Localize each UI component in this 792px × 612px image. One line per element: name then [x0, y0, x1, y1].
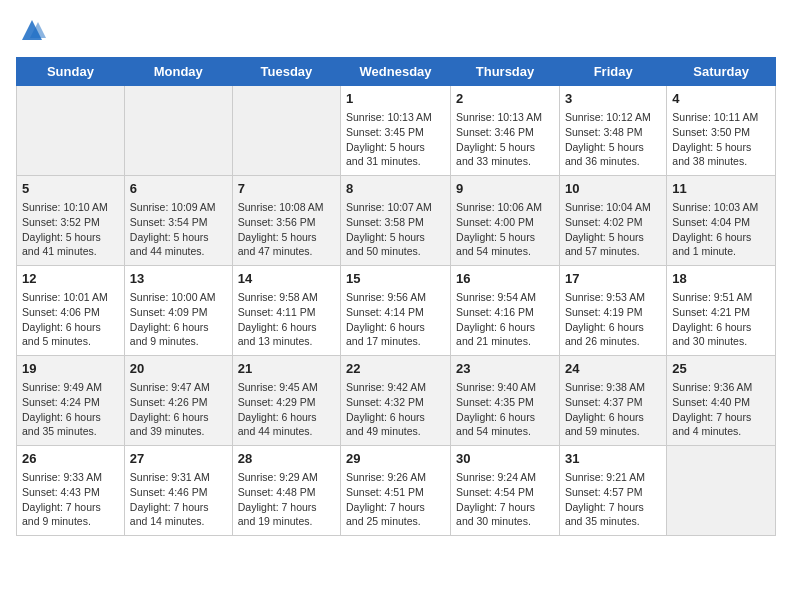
calendar-cell: 3Sunrise: 10:12 AMSunset: 3:48 PMDayligh… — [559, 86, 666, 176]
day-number: 31 — [565, 450, 661, 468]
calendar-cell: 24Sunrise: 9:38 AMSunset: 4:37 PMDayligh… — [559, 356, 666, 446]
day-info: Sunrise: 10:07 AMSunset: 3:58 PMDaylight… — [346, 200, 445, 259]
calendar-cell: 15Sunrise: 9:56 AMSunset: 4:14 PMDayligh… — [341, 266, 451, 356]
day-number: 28 — [238, 450, 335, 468]
day-number: 23 — [456, 360, 554, 378]
calendar-cell: 10Sunrise: 10:04 AMSunset: 4:02 PMDaylig… — [559, 176, 666, 266]
calendar-week-row: 19Sunrise: 9:49 AMSunset: 4:24 PMDayligh… — [17, 356, 776, 446]
day-number: 30 — [456, 450, 554, 468]
calendar-cell: 16Sunrise: 9:54 AMSunset: 4:16 PMDayligh… — [451, 266, 560, 356]
day-number: 7 — [238, 180, 335, 198]
calendar-cell: 5Sunrise: 10:10 AMSunset: 3:52 PMDayligh… — [17, 176, 125, 266]
day-number: 16 — [456, 270, 554, 288]
day-info: Sunrise: 10:00 AMSunset: 4:09 PMDaylight… — [130, 290, 227, 349]
calendar-cell: 13Sunrise: 10:00 AMSunset: 4:09 PMDaylig… — [124, 266, 232, 356]
day-info: Sunrise: 10:10 AMSunset: 3:52 PMDaylight… — [22, 200, 119, 259]
calendar-cell — [124, 86, 232, 176]
day-info: Sunrise: 9:58 AMSunset: 4:11 PMDaylight:… — [238, 290, 335, 349]
calendar-cell — [17, 86, 125, 176]
day-info: Sunrise: 10:12 AMSunset: 3:48 PMDaylight… — [565, 110, 661, 169]
weekday-header: Monday — [124, 58, 232, 86]
calendar-cell: 11Sunrise: 10:03 AMSunset: 4:04 PMDaylig… — [667, 176, 776, 266]
day-number: 27 — [130, 450, 227, 468]
calendar-cell: 18Sunrise: 9:51 AMSunset: 4:21 PMDayligh… — [667, 266, 776, 356]
weekday-header: Friday — [559, 58, 666, 86]
day-number: 29 — [346, 450, 445, 468]
day-info: Sunrise: 10:13 AMSunset: 3:46 PMDaylight… — [456, 110, 554, 169]
day-number: 5 — [22, 180, 119, 198]
day-info: Sunrise: 9:33 AMSunset: 4:43 PMDaylight:… — [22, 470, 119, 529]
day-number: 26 — [22, 450, 119, 468]
day-info: Sunrise: 10:06 AMSunset: 4:00 PMDaylight… — [456, 200, 554, 259]
calendar-cell: 2Sunrise: 10:13 AMSunset: 3:46 PMDayligh… — [451, 86, 560, 176]
calendar-cell: 29Sunrise: 9:26 AMSunset: 4:51 PMDayligh… — [341, 446, 451, 536]
calendar-cell: 14Sunrise: 9:58 AMSunset: 4:11 PMDayligh… — [232, 266, 340, 356]
calendar-cell: 28Sunrise: 9:29 AMSunset: 4:48 PMDayligh… — [232, 446, 340, 536]
calendar-cell: 1Sunrise: 10:13 AMSunset: 3:45 PMDayligh… — [341, 86, 451, 176]
calendar-cell: 7Sunrise: 10:08 AMSunset: 3:56 PMDayligh… — [232, 176, 340, 266]
calendar-cell: 26Sunrise: 9:33 AMSunset: 4:43 PMDayligh… — [17, 446, 125, 536]
calendar-cell: 31Sunrise: 9:21 AMSunset: 4:57 PMDayligh… — [559, 446, 666, 536]
calendar-week-row: 1Sunrise: 10:13 AMSunset: 3:45 PMDayligh… — [17, 86, 776, 176]
weekday-header: Saturday — [667, 58, 776, 86]
day-number: 19 — [22, 360, 119, 378]
day-info: Sunrise: 9:24 AMSunset: 4:54 PMDaylight:… — [456, 470, 554, 529]
day-number: 8 — [346, 180, 445, 198]
day-info: Sunrise: 9:56 AMSunset: 4:14 PMDaylight:… — [346, 290, 445, 349]
day-info: Sunrise: 9:26 AMSunset: 4:51 PMDaylight:… — [346, 470, 445, 529]
calendar-cell: 30Sunrise: 9:24 AMSunset: 4:54 PMDayligh… — [451, 446, 560, 536]
weekday-header: Sunday — [17, 58, 125, 86]
day-number: 10 — [565, 180, 661, 198]
day-info: Sunrise: 10:03 AMSunset: 4:04 PMDaylight… — [672, 200, 770, 259]
calendar-cell: 6Sunrise: 10:09 AMSunset: 3:54 PMDayligh… — [124, 176, 232, 266]
day-number: 13 — [130, 270, 227, 288]
day-info: Sunrise: 10:11 AMSunset: 3:50 PMDaylight… — [672, 110, 770, 169]
weekday-header: Wednesday — [341, 58, 451, 86]
day-number: 24 — [565, 360, 661, 378]
day-number: 11 — [672, 180, 770, 198]
day-number: 25 — [672, 360, 770, 378]
calendar-cell: 20Sunrise: 9:47 AMSunset: 4:26 PMDayligh… — [124, 356, 232, 446]
day-info: Sunrise: 10:04 AMSunset: 4:02 PMDaylight… — [565, 200, 661, 259]
day-number: 15 — [346, 270, 445, 288]
day-info: Sunrise: 9:47 AMSunset: 4:26 PMDaylight:… — [130, 380, 227, 439]
day-info: Sunrise: 10:08 AMSunset: 3:56 PMDaylight… — [238, 200, 335, 259]
calendar-cell: 8Sunrise: 10:07 AMSunset: 3:58 PMDayligh… — [341, 176, 451, 266]
day-info: Sunrise: 10:09 AMSunset: 3:54 PMDaylight… — [130, 200, 227, 259]
day-info: Sunrise: 9:29 AMSunset: 4:48 PMDaylight:… — [238, 470, 335, 529]
page-header — [16, 16, 776, 45]
day-number: 2 — [456, 90, 554, 108]
weekday-header: Thursday — [451, 58, 560, 86]
day-number: 12 — [22, 270, 119, 288]
calendar-cell: 17Sunrise: 9:53 AMSunset: 4:19 PMDayligh… — [559, 266, 666, 356]
day-info: Sunrise: 9:42 AMSunset: 4:32 PMDaylight:… — [346, 380, 445, 439]
calendar-cell — [667, 446, 776, 536]
day-info: Sunrise: 9:38 AMSunset: 4:37 PMDaylight:… — [565, 380, 661, 439]
day-info: Sunrise: 9:49 AMSunset: 4:24 PMDaylight:… — [22, 380, 119, 439]
day-number: 22 — [346, 360, 445, 378]
logo — [16, 16, 46, 45]
calendar-cell: 27Sunrise: 9:31 AMSunset: 4:46 PMDayligh… — [124, 446, 232, 536]
calendar-cell: 23Sunrise: 9:40 AMSunset: 4:35 PMDayligh… — [451, 356, 560, 446]
calendar-week-row: 12Sunrise: 10:01 AMSunset: 4:06 PMDaylig… — [17, 266, 776, 356]
day-number: 14 — [238, 270, 335, 288]
logo-icon — [18, 16, 46, 44]
day-number: 3 — [565, 90, 661, 108]
calendar-header: SundayMondayTuesdayWednesdayThursdayFrid… — [17, 58, 776, 86]
day-info: Sunrise: 10:13 AMSunset: 3:45 PMDaylight… — [346, 110, 445, 169]
calendar-cell: 12Sunrise: 10:01 AMSunset: 4:06 PMDaylig… — [17, 266, 125, 356]
day-number: 21 — [238, 360, 335, 378]
calendar-cell: 4Sunrise: 10:11 AMSunset: 3:50 PMDayligh… — [667, 86, 776, 176]
day-number: 18 — [672, 270, 770, 288]
day-info: Sunrise: 9:53 AMSunset: 4:19 PMDaylight:… — [565, 290, 661, 349]
calendar-week-row: 26Sunrise: 9:33 AMSunset: 4:43 PMDayligh… — [17, 446, 776, 536]
day-info: Sunrise: 9:21 AMSunset: 4:57 PMDaylight:… — [565, 470, 661, 529]
day-number: 1 — [346, 90, 445, 108]
calendar-cell — [232, 86, 340, 176]
calendar-table: SundayMondayTuesdayWednesdayThursdayFrid… — [16, 57, 776, 536]
day-info: Sunrise: 9:31 AMSunset: 4:46 PMDaylight:… — [130, 470, 227, 529]
calendar-cell: 22Sunrise: 9:42 AMSunset: 4:32 PMDayligh… — [341, 356, 451, 446]
calendar-week-row: 5Sunrise: 10:10 AMSunset: 3:52 PMDayligh… — [17, 176, 776, 266]
day-info: Sunrise: 10:01 AMSunset: 4:06 PMDaylight… — [22, 290, 119, 349]
weekday-header: Tuesday — [232, 58, 340, 86]
